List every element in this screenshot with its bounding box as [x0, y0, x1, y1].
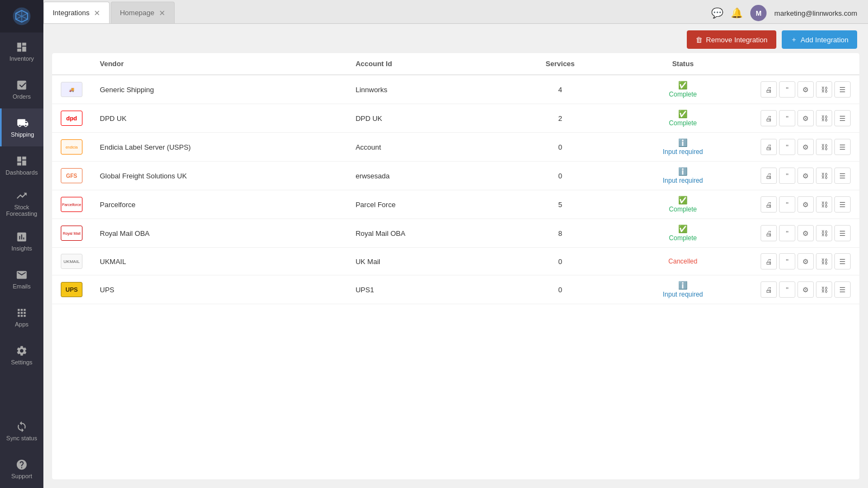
- link-button[interactable]: ⛓: [816, 253, 832, 269]
- user-avatar[interactable]: M: [750, 5, 767, 21]
- table-row: Royal Mail Royal Mail OBA Royal Mail OBA…: [52, 219, 859, 248]
- sidebar-item-orders-label: Orders: [12, 93, 31, 100]
- table-row: UPS UPS UPS1 0 ℹ️Input required 🖨 " ⚙ ⛓ …: [52, 275, 859, 304]
- vendor-name-cell: DPD UK: [91, 104, 347, 133]
- chat-icon[interactable]: 💬: [711, 7, 723, 19]
- sidebar-item-inventory[interactable]: Inventory: [0, 33, 43, 70]
- bell-icon[interactable]: 🔔: [731, 7, 743, 19]
- sidebar-item-dashboards[interactable]: Dashboards: [0, 146, 43, 184]
- settings-button[interactable]: ⚙: [797, 168, 814, 184]
- tab-homepage-close[interactable]: ✕: [159, 9, 165, 17]
- settings-button[interactable]: ⚙: [797, 139, 814, 155]
- table-row: GFS Global Freight Solutions UK erwsesad…: [52, 162, 859, 190]
- print-button[interactable]: 🖨: [761, 225, 777, 241]
- quote-button[interactable]: ": [779, 168, 795, 184]
- link-button[interactable]: ⛓: [816, 81, 832, 98]
- actions-cell: 🖨 " ⚙ ⛓ ☰: [751, 133, 859, 162]
- table-row: dpd DPD UK DPD UK 2 ✅Complete 🖨 " ⚙ ⛓ ☰: [52, 104, 859, 133]
- quote-button[interactable]: ": [779, 110, 795, 126]
- sidebar-item-sync-status[interactable]: Sync status: [0, 412, 43, 450]
- settings-button[interactable]: ⚙: [797, 110, 814, 126]
- tab-homepage-label: Homepage: [120, 9, 155, 17]
- actions-cell: 🖨 " ⚙ ⛓ ☰: [751, 104, 859, 133]
- services-cell: 8: [506, 219, 615, 248]
- add-integration-button[interactable]: ＋ Add Integration: [782, 30, 857, 49]
- settings-button[interactable]: ⚙: [797, 225, 814, 241]
- services-cell: 4: [506, 75, 615, 104]
- tab-integrations-label: Integrations: [53, 9, 90, 17]
- tabs-bar: Integrations ✕ Homepage ✕ 💬 🔔 M marketin…: [43, 0, 868, 24]
- sidebar-item-insights[interactable]: Insights: [0, 222, 43, 260]
- print-button[interactable]: 🖨: [761, 81, 777, 98]
- sidebar-item-emails-label: Emails: [12, 283, 30, 290]
- sidebar-item-settings[interactable]: Settings: [0, 336, 43, 374]
- print-button[interactable]: 🖨: [761, 281, 777, 298]
- sidebar-item-apps-label: Apps: [15, 321, 28, 328]
- col-status: Status: [615, 53, 751, 75]
- vendor-name-cell: Royal Mail OBA: [91, 219, 347, 248]
- actions-cell: 🖨 " ⚙ ⛓ ☰: [751, 75, 859, 104]
- services-cell: 0: [506, 133, 615, 162]
- list-button[interactable]: ☰: [834, 253, 851, 269]
- add-icon: ＋: [790, 35, 797, 44]
- sidebar-item-stock-forecasting[interactable]: Stock Forecasting: [0, 184, 43, 222]
- list-button[interactable]: ☰: [834, 281, 851, 298]
- tab-homepage[interactable]: Homepage ✕: [111, 2, 175, 23]
- vendor-logo-cell: dpd: [52, 104, 91, 133]
- link-button[interactable]: ⛓: [816, 196, 832, 213]
- vendor-name-cell: Global Freight Solutions UK: [91, 162, 347, 190]
- link-button[interactable]: ⛓: [816, 225, 832, 241]
- list-button[interactable]: ☰: [834, 225, 851, 241]
- status-cell: ℹ️Input required: [615, 133, 751, 162]
- table-row: UKMAIL UKMAIL UK Mail 0 Cancelled 🖨 " ⚙ …: [52, 248, 859, 275]
- list-button[interactable]: ☰: [834, 110, 851, 126]
- print-button[interactable]: 🖨: [761, 196, 777, 213]
- app-logo[interactable]: [0, 0, 43, 33]
- actions-cell: 🖨 " ⚙ ⛓ ☰: [751, 219, 859, 248]
- settings-button[interactable]: ⚙: [797, 81, 814, 98]
- sidebar-item-emails[interactable]: Emails: [0, 260, 43, 298]
- link-button[interactable]: ⛓: [816, 168, 832, 184]
- status-cell: ✅Complete: [615, 75, 751, 104]
- quote-button[interactable]: ": [779, 196, 795, 213]
- sidebar-item-orders[interactable]: Orders: [0, 70, 43, 108]
- account-id-cell: Linnworks: [347, 75, 505, 104]
- link-button[interactable]: ⛓: [816, 110, 832, 126]
- account-id-cell: UK Mail: [347, 248, 505, 275]
- tab-integrations-close[interactable]: ✕: [94, 9, 100, 17]
- print-button[interactable]: 🖨: [761, 139, 777, 155]
- col-vendor: Vendor: [91, 53, 347, 75]
- sidebar-item-shipping[interactable]: Shipping: [0, 108, 43, 146]
- quote-button[interactable]: ": [779, 281, 795, 298]
- print-button[interactable]: 🖨: [761, 253, 777, 269]
- settings-button[interactable]: ⚙: [797, 281, 814, 298]
- vendor-logo-cell: Royal Mail: [52, 219, 91, 248]
- settings-button[interactable]: ⚙: [797, 253, 814, 269]
- status-cell: ℹ️Input required: [615, 275, 751, 304]
- link-button[interactable]: ⛓: [816, 281, 832, 298]
- sidebar-item-apps[interactable]: Apps: [0, 298, 43, 336]
- vendor-logo-cell: UKMAIL: [52, 248, 91, 275]
- quote-button[interactable]: ": [779, 253, 795, 269]
- print-button[interactable]: 🖨: [761, 110, 777, 126]
- sidebar: Inventory Orders Shipping Dashboards Sto…: [0, 0, 43, 488]
- quote-button[interactable]: ": [779, 225, 795, 241]
- col-actions: [751, 53, 859, 75]
- vendor-name-cell: UKMAIL: [91, 248, 347, 275]
- list-button[interactable]: ☰: [834, 196, 851, 213]
- quote-button[interactable]: ": [779, 139, 795, 155]
- account-id-cell: UPS1: [347, 275, 505, 304]
- list-button[interactable]: ☰: [834, 81, 851, 98]
- list-button[interactable]: ☰: [834, 168, 851, 184]
- main-content: Integrations ✕ Homepage ✕ 💬 🔔 M marketin…: [43, 0, 868, 488]
- list-button[interactable]: ☰: [834, 139, 851, 155]
- sidebar-item-sync-status-label: Sync status: [7, 435, 37, 441]
- sidebar-item-support[interactable]: Support: [0, 450, 43, 488]
- tab-integrations[interactable]: Integrations ✕: [43, 2, 110, 23]
- remove-integration-button[interactable]: 🗑 Remove Integration: [687, 30, 776, 49]
- link-button[interactable]: ⛓: [816, 139, 832, 155]
- settings-button[interactable]: ⚙: [797, 196, 814, 213]
- vendor-name-cell: Generic Shipping: [91, 75, 347, 104]
- print-button[interactable]: 🖨: [761, 168, 777, 184]
- quote-button[interactable]: ": [779, 81, 795, 98]
